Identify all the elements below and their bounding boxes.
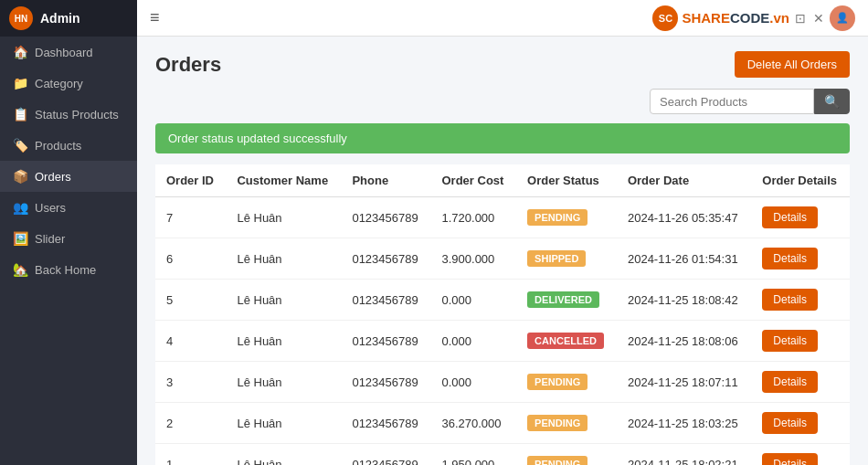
sidebar-item-label: Dashboard <box>35 46 93 59</box>
cell-customer: Lê Huân <box>226 444 341 466</box>
cell-order-id: 5 <box>155 280 226 321</box>
orders-icon: 📦 <box>13 169 27 184</box>
details-button[interactable]: Details <box>762 371 818 393</box>
sidebar-item-slider[interactable]: 🖼️Slider <box>0 223 137 254</box>
cell-phone: 0123456789 <box>341 321 430 362</box>
menu-toggle-icon[interactable]: ≡ <box>150 8 160 27</box>
users-icon: 👥 <box>13 200 27 215</box>
sidebar-nav: 🏠Dashboard📁Category📋Status Products🏷️Pro… <box>0 37 137 465</box>
logo-text: SHARECODE.vn <box>682 10 789 26</box>
status-badge: SHIPPED <box>527 250 586 267</box>
sidebar-item-label: Orders <box>35 170 71 184</box>
table-row: 7 Lê Huân 0123456789 1.720.000 PENDING 2… <box>155 197 850 238</box>
details-button[interactable]: Details <box>762 412 818 434</box>
sidebar-item-products[interactable]: 🏷️Products <box>0 130 137 161</box>
status-products-icon: 📋 <box>13 107 27 122</box>
cell-phone: 0123456789 <box>341 238 430 280</box>
search-row: 🔍 <box>155 89 850 114</box>
sidebar-item-users[interactable]: 👥Users <box>0 192 137 223</box>
cell-cost: 36.270.000 <box>431 403 517 444</box>
cell-customer: Lê Huân <box>226 362 341 403</box>
topbar-right: SC SHARECODE.vn ⊡ ✕ 👤 <box>652 5 855 31</box>
cell-order-id: 4 <box>155 321 226 362</box>
details-button[interactable]: Details <box>762 248 818 269</box>
cell-date: 2024-11-25 18:08:06 <box>617 321 751 362</box>
status-badge: PENDING <box>527 209 587 226</box>
logo-icon: SC <box>652 5 678 31</box>
cell-details[interactable]: Details <box>751 444 850 466</box>
cell-customer: Lê Huân <box>226 197 341 238</box>
cell-date: 2024-11-25 18:07:11 <box>617 362 751 403</box>
col-order-cost: Order Cost <box>431 164 517 197</box>
cell-date: 2024-11-25 18:02:21 <box>617 444 751 466</box>
sidebar-item-label: Category <box>35 77 83 90</box>
sidebar-item-label: Status Products <box>35 108 119 122</box>
cell-status: SHIPPED <box>516 238 617 280</box>
cell-customer: Lê Huân <box>226 238 341 280</box>
cell-status: PENDING <box>516 197 617 238</box>
sidebar-item-status-products[interactable]: 📋Status Products <box>0 99 137 130</box>
cell-date: 2024-11-25 18:08:42 <box>617 280 751 321</box>
cell-date: 2024-11-26 05:35:47 <box>617 197 751 238</box>
sidebar-item-back-home[interactable]: 🏡Back Home <box>0 254 137 285</box>
cell-order-id: 2 <box>155 403 226 444</box>
table-row: 5 Lê Huân 0123456789 0.000 DELIVERED 202… <box>155 280 850 321</box>
cell-order-id: 3 <box>155 362 226 403</box>
table-row: 1 Lê Huân 0123456789 1.950.000 PENDING 2… <box>155 444 850 466</box>
search-input[interactable] <box>650 89 814 114</box>
cell-status: PENDING <box>516 403 617 444</box>
cell-date: 2024-11-26 01:54:31 <box>617 238 751 280</box>
col-order-id: Order ID <box>155 164 226 197</box>
logo: SC SHARECODE.vn <box>652 5 789 31</box>
main-content: ≡ SC SHARECODE.vn ⊡ ✕ 👤 Orders Delete Al… <box>137 0 868 465</box>
page-title: Orders <box>155 53 221 77</box>
sidebar: HN Admin 🏠Dashboard📁Category📋Status Prod… <box>0 0 137 465</box>
alert-success: Order status updated successfully <box>155 123 850 153</box>
sidebar-item-label: Products <box>35 139 81 153</box>
cell-order-id: 7 <box>155 197 226 238</box>
sidebar-avatar: HN <box>9 6 33 30</box>
sidebar-admin-label: Admin <box>40 11 80 26</box>
cell-cost: 0.000 <box>431 362 517 403</box>
status-badge: DELIVERED <box>527 291 599 308</box>
cell-cost: 1.720.000 <box>431 197 517 238</box>
window-close-icon[interactable]: ✕ <box>813 11 824 26</box>
topbar: ≡ SC SHARECODE.vn ⊡ ✕ 👤 <box>137 0 868 37</box>
col-customer-name: Customer Name <box>226 164 341 197</box>
details-button[interactable]: Details <box>762 330 818 352</box>
col-order-date: Order Date <box>617 164 751 197</box>
col-order-details: Order Details <box>751 164 850 197</box>
search-button[interactable]: 🔍 <box>814 89 850 114</box>
details-button[interactable]: Details <box>762 289 818 311</box>
status-badge: PENDING <box>527 456 587 465</box>
col-phone: Phone <box>341 164 430 197</box>
cell-details[interactable]: Details <box>751 280 850 321</box>
table-header-row: Order ID Customer Name Phone Order Cost … <box>155 164 850 197</box>
delete-all-orders-button[interactable]: Delete All Orders <box>735 51 850 78</box>
back-home-icon: 🏡 <box>13 262 27 277</box>
topbar-user-avatar: 👤 <box>830 5 855 31</box>
cell-customer: Lê Huân <box>226 403 341 444</box>
cell-phone: 0123456789 <box>341 197 430 238</box>
cell-details[interactable]: Details <box>751 362 850 403</box>
category-icon: 📁 <box>13 76 27 90</box>
cell-details[interactable]: Details <box>751 197 850 238</box>
details-button[interactable]: Details <box>762 453 818 465</box>
details-button[interactable]: Details <box>762 206 818 228</box>
sidebar-item-dashboard[interactable]: 🏠Dashboard <box>0 37 137 68</box>
cell-details[interactable]: Details <box>751 403 850 444</box>
cell-phone: 0123456789 <box>341 444 430 466</box>
cell-status: PENDING <box>516 444 617 466</box>
sidebar-item-label: Back Home <box>35 263 96 277</box>
sidebar-item-label: Slider <box>35 232 65 246</box>
sidebar-item-orders[interactable]: 📦Orders <box>0 161 137 192</box>
window-minimize-icon[interactable]: ⊡ <box>795 11 806 26</box>
table-row: 6 Lê Huân 0123456789 3.900.000 SHIPPED 2… <box>155 238 850 280</box>
sidebar-item-category[interactable]: 📁Category <box>0 68 137 99</box>
page-body: Orders Delete All Orders 🔍 Order status … <box>137 37 868 465</box>
cell-cost: 3.900.000 <box>431 238 517 280</box>
orders-table: Order ID Customer Name Phone Order Cost … <box>155 164 850 465</box>
cell-details[interactable]: Details <box>751 321 850 362</box>
cell-details[interactable]: Details <box>751 238 850 280</box>
page-header: Orders Delete All Orders <box>155 51 850 78</box>
